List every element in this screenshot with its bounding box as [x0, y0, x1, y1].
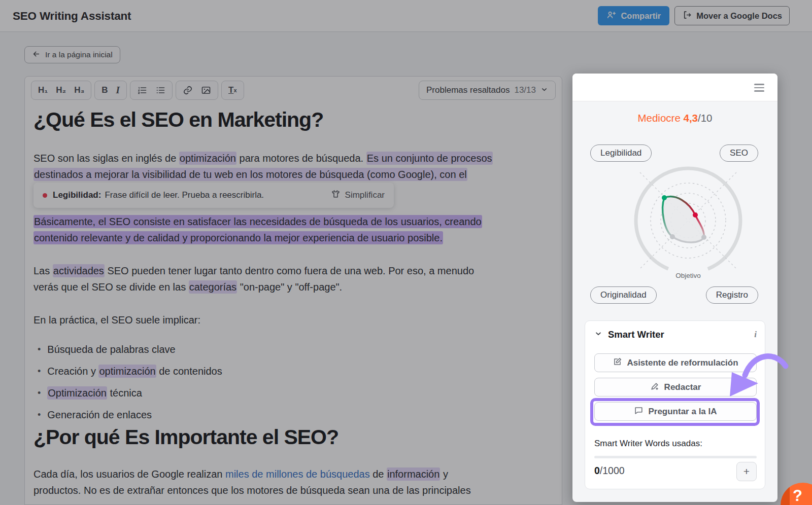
rephrase-label: Asistente de reformulación: [627, 358, 738, 368]
words-used-value: 0: [594, 465, 600, 476]
sidebar-header: [572, 74, 777, 101]
chevron-down-icon: [594, 330, 602, 340]
highlighted-problems-dropdown[interactable]: Problemas resaltados 13/13: [419, 81, 556, 100]
list-item: •Generación de enlaces: [38, 408, 222, 422]
gauge-dot-originalidad: [670, 234, 675, 239]
doc-paragraph-5: Cada día, los usuarios de Google realiza…: [33, 466, 556, 498]
simplify-label: Simplificar: [345, 190, 385, 200]
words-counter: 0/1000: [594, 465, 625, 477]
chat-bubble-icon: [634, 406, 644, 418]
plus-icon: +: [743, 465, 750, 478]
overall-score: Mediocre 4,3/10: [572, 112, 777, 124]
clear-group: Tx: [221, 81, 244, 100]
clear-formatting-button[interactable]: Tx: [228, 85, 237, 95]
bullet-list-button[interactable]: [155, 85, 165, 95]
pill-legibilidad[interactable]: Legibilidad: [590, 145, 652, 162]
h1-button[interactable]: H₁: [38, 85, 48, 95]
readability-issue-tooltip: Legibilidad: Frase difícil de leer. Prue…: [33, 183, 394, 208]
back-to-home-button[interactable]: Ir a la página inicial: [24, 46, 120, 63]
pill-originalidad[interactable]: Originalidad: [590, 286, 657, 304]
doc-link[interactable]: miles de millones de búsquedas: [225, 468, 370, 480]
help-button[interactable]: ?: [781, 483, 812, 505]
doc-paragraph-1: SEO son las siglas en inglés de optimiza…: [33, 150, 556, 183]
header-actions: Compartir Mover a Google Docs: [598, 6, 790, 25]
seo-writing-assistant-app: SEO Writing Assistant Compartir Mover a …: [0, 0, 812, 505]
smart-writer-header[interactable]: Smart Writer i: [594, 329, 757, 340]
problems-count: 13/13: [514, 85, 536, 95]
heading-group: H₁ H₂ H₃: [31, 81, 91, 100]
rephrase-assistant-button[interactable]: Asistente de reformulación: [594, 353, 757, 372]
issue-category: Legibilidad:: [53, 190, 101, 200]
bold-button[interactable]: B: [101, 85, 108, 95]
words-used-label: Smart Writer Words usadas:: [594, 439, 702, 449]
bullet-dot-icon: •: [38, 343, 41, 356]
gauge-target-label: Objetivo: [675, 272, 701, 279]
top-header: SEO Writing Assistant Compartir Mover a …: [0, 0, 812, 32]
question-mark-icon: ?: [793, 487, 802, 505]
image-button[interactable]: [201, 85, 211, 95]
ordered-list-button[interactable]: [137, 85, 147, 95]
tshirt-icon: [331, 189, 341, 201]
score-sidebar: Mediocre 4,3/10 Legibilidad SEO Original…: [572, 74, 777, 502]
compose-button[interactable]: Redactar: [594, 378, 757, 396]
edit-square-icon: [613, 357, 622, 369]
score-max: /10: [698, 112, 713, 124]
ask-ai-label: Preguntar a la IA: [648, 407, 717, 417]
share-label: Compartir: [621, 11, 661, 21]
h2-button[interactable]: H₂: [56, 85, 66, 95]
issue-message: Frase difícil de leer. Prueba a reescrib…: [105, 190, 264, 200]
link-button[interactable]: [183, 85, 193, 95]
gauge-dot-legibilidad: [662, 195, 667, 200]
doc-heading-2: ¿Por qué Es Importante el SEO?: [33, 425, 339, 449]
score-radar-gauge: Objetivo: [625, 161, 752, 287]
doc-paragraph-2: Básicamente, el SEO consiste en satisfac…: [33, 213, 556, 246]
move-label: Mover a Google Docs: [696, 11, 782, 21]
score-label: Mediocre: [637, 112, 680, 124]
gauge-dot-registro: [701, 235, 706, 240]
clear-x: x: [233, 87, 236, 93]
ask-ai-button[interactable]: Preguntar a la IA: [594, 402, 757, 421]
doc-paragraph-3: Las actividades SEO pueden tener lugar t…: [33, 263, 556, 295]
insert-group: [176, 81, 218, 100]
arrow-left-icon: [32, 50, 41, 60]
export-icon: [682, 10, 692, 22]
doc-paragraph-4: En la práctica, el SEO suele implicar:: [33, 312, 556, 328]
gauge-dot-seo: [693, 212, 698, 218]
bullet-dot-icon: •: [38, 386, 41, 400]
bullet-dot-icon: •: [38, 365, 41, 378]
editor-panel[interactable]: H₁ H₂ H₃ B I: [24, 76, 562, 505]
smart-writer-card: Smart Writer i Asistente de reformulació…: [585, 320, 765, 489]
list-item: •Búsqueda de palabras clave: [38, 343, 222, 356]
format-group: B I: [94, 81, 127, 100]
issue-red-dot-icon: [43, 193, 47, 198]
page-title: SEO Writing Assistant: [13, 0, 131, 32]
person-plus-icon: [606, 10, 616, 22]
info-icon[interactable]: i: [754, 330, 757, 340]
words-total-value: /1000: [600, 465, 625, 476]
doc-heading-1: ¿Qué Es el SEO en Marketing?: [33, 108, 323, 132]
words-progress-bar: [594, 456, 757, 458]
compose-label: Redactar: [664, 382, 701, 392]
italic-button[interactable]: I: [116, 85, 120, 96]
list-item: •Creación y optimización de contenidos: [38, 365, 222, 378]
simplify-button[interactable]: Simplificar: [331, 189, 385, 201]
pen-sparkle-icon: [650, 381, 660, 393]
share-button[interactable]: Compartir: [598, 6, 669, 25]
bullet-dot-icon: •: [38, 408, 41, 422]
list-group: [130, 81, 173, 100]
pill-seo[interactable]: SEO: [720, 145, 758, 162]
clear-t: T: [228, 85, 233, 95]
bullet-list: •Búsqueda de palabras clave•Creación y o…: [33, 343, 222, 430]
chevron-down-icon: [540, 86, 548, 95]
editor-toolbar: H₁ H₂ H₃ B I: [31, 81, 244, 100]
problems-label: Problemas resaltados: [426, 85, 510, 95]
add-words-button[interactable]: +: [736, 462, 757, 481]
move-to-google-docs-button[interactable]: Mover a Google Docs: [674, 6, 790, 25]
pill-registro[interactable]: Registro: [706, 286, 758, 304]
menu-icon[interactable]: [754, 84, 764, 92]
h3-button[interactable]: H₃: [74, 85, 84, 95]
smart-writer-title: Smart Writer: [608, 329, 664, 340]
list-item: •Optimización técnica: [38, 386, 222, 400]
back-label: Ir a la página inicial: [45, 50, 113, 59]
score-value: 4,3: [684, 112, 698, 124]
